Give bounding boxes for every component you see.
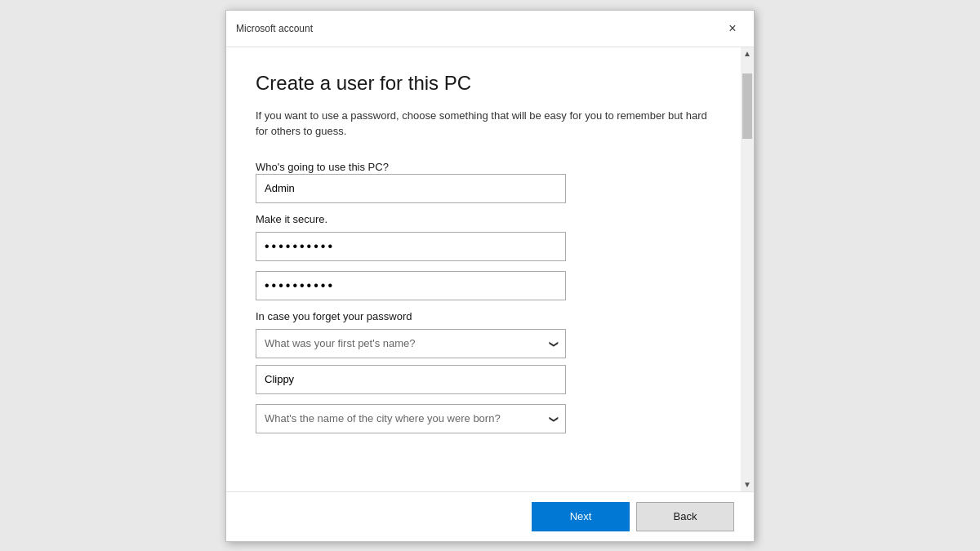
username-label: Who's going to use this PC? — [256, 161, 389, 173]
overlay: Microsoft account × Create a user for th… — [0, 0, 980, 551]
security-questions-section: In case you forget your password What wa… — [256, 310, 711, 433]
dialog-footer: Next Back — [226, 491, 754, 541]
dialog-content: Create a user for this PC If you want to… — [226, 47, 741, 491]
security-question2-wrapper: What's the name of the city where you we… — [256, 404, 566, 433]
password-section: Make it secure. — [256, 213, 711, 300]
scrollbar-track[interactable]: ▲ ▼ — [741, 47, 754, 491]
security-question2-select[interactable]: What's the name of the city where you we… — [256, 404, 566, 433]
password-confirm-input[interactable] — [256, 271, 566, 300]
dialog-title: Microsoft account — [236, 23, 313, 34]
close-button[interactable]: × — [721, 17, 744, 40]
dialog: Microsoft account × Create a user for th… — [225, 10, 755, 542]
security-question1-select[interactable]: What was your first pet's name? — [256, 329, 566, 358]
scroll-up-arrow[interactable]: ▲ — [741, 47, 754, 60]
password-input[interactable] — [256, 232, 566, 261]
description: If you want to use a password, choose so… — [256, 108, 711, 140]
password-section-label: Make it secure. — [256, 213, 711, 225]
username-input[interactable] — [256, 174, 566, 203]
scroll-down-arrow[interactable]: ▼ — [741, 478, 754, 491]
security-section-label: In case you forget your password — [256, 310, 711, 322]
security-question1-wrapper: What was your first pet's name? ❯ — [256, 329, 566, 358]
back-button[interactable]: Back — [636, 502, 734, 531]
security-answer1-input[interactable] — [256, 365, 566, 394]
title-bar: Microsoft account × — [226, 11, 754, 47]
dialog-body: Create a user for this PC If you want to… — [226, 47, 754, 491]
next-button[interactable]: Next — [532, 502, 630, 531]
page-title: Create a user for this PC — [256, 72, 711, 95]
scrollbar-thumb[interactable] — [742, 73, 752, 139]
